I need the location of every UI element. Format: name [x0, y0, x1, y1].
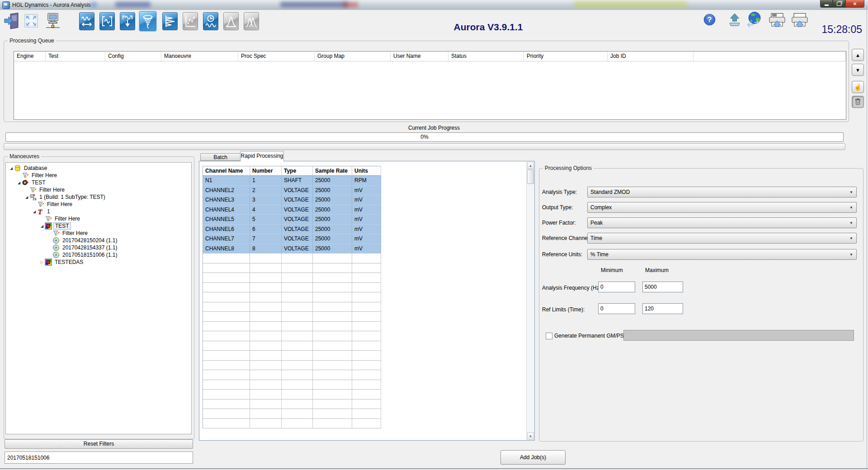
priority-hand-button[interactable]: ☝ [852, 81, 864, 93]
tree-item[interactable]: Filter Here [6, 215, 191, 222]
channel-row[interactable]: CHANNEL22VOLTAGE25000mV [203, 186, 381, 196]
tree-item-label[interactable]: 20170428154337 (1.1) [61, 244, 118, 251]
power-factor-dropdown[interactable]: Peak [587, 217, 857, 228]
manoeuvre-filter-input[interactable] [5, 451, 193, 464]
tree-item-label[interactable]: Filter Here [30, 172, 58, 179]
scrollbar-thumb[interactable] [527, 169, 534, 184]
manoeuvres-tree[interactable]: ◢DatabaseFilter Here◢TESTFilter Here◢231… [5, 162, 192, 434]
tree-item-label[interactable]: 20170518151006 (1.1) [61, 252, 118, 258]
tree-item[interactable]: ◢TEST [6, 222, 191, 230]
fit-window-icon[interactable] [24, 14, 38, 28]
peak-curve-icon[interactable] [223, 12, 239, 30]
minimize-button[interactable] [820, 0, 833, 8]
scroll-down-icon[interactable]: ▼ [527, 432, 534, 440]
tab-batch-processing[interactable]: Batch Processing [200, 153, 241, 161]
tree-item-label[interactable]: Filter Here [38, 187, 66, 193]
tree-item-label[interactable]: 20170428150204 (1.1) [61, 237, 118, 244]
tree-item-label[interactable]: 1 (Build: 1 SubType: TEST) [38, 194, 107, 200]
dual-peak-icon[interactable] [244, 12, 259, 30]
scheduled-processing-icon[interactable] [203, 12, 218, 30]
channel-column-sample-rate[interactable]: Sample Rate [313, 166, 352, 176]
ref-limits-max-input[interactable] [642, 303, 683, 314]
queue-column-proc-spec[interactable]: Proc Spec [238, 52, 315, 61]
waveform-export-icon[interactable] [120, 12, 135, 30]
queue-column-engine[interactable]: Engine [14, 52, 46, 61]
move-up-button[interactable]: ▲ [852, 49, 864, 61]
tree-item[interactable]: Filter Here [6, 230, 191, 237]
network-computer-icon[interactable] [45, 13, 61, 29]
tree-item[interactable]: ◢T1 [6, 208, 191, 215]
move-down-button[interactable]: ▼ [852, 64, 864, 76]
expand-arrow-icon[interactable]: ▷ [39, 260, 45, 264]
tree-item[interactable]: 20170518151006 (1.1) [6, 251, 191, 258]
queue-column-manoeuvre[interactable]: Manoeuvre [161, 52, 238, 61]
queue-column-user-name[interactable]: User Name [391, 52, 448, 61]
delete-button[interactable] [852, 96, 864, 108]
scatter-plot-icon[interactable] [183, 12, 198, 30]
scroll-up-icon[interactable]: ▲ [527, 162, 534, 169]
generate-gmps-checkbox[interactable] [546, 333, 552, 339]
queue-column-config[interactable]: Config [105, 52, 161, 61]
globe-transfer-icon[interactable] [746, 11, 762, 28]
restore-button[interactable] [833, 0, 845, 8]
tree-item-label[interactable]: TEST [30, 179, 47, 186]
tree-item[interactable]: Filter Here [6, 172, 191, 179]
queue-column-test[interactable]: Test [46, 52, 105, 61]
analysis-frequency-max-input[interactable] [642, 282, 683, 292]
tree-item-label[interactable]: Filter Here [46, 201, 74, 207]
tree-item[interactable]: 20170428150204 (1.1) [6, 237, 191, 244]
channel-row[interactable]: N11SHAFT25000RPM [203, 176, 381, 186]
collapse-arrow-icon[interactable]: ◢ [39, 224, 45, 228]
help-icon[interactable]: ? [703, 14, 716, 26]
channel-column-number[interactable]: Number [250, 166, 282, 176]
channel-row[interactable]: CHANNEL55VOLTAGE25000mV [203, 215, 381, 225]
channel-row[interactable]: CHANNEL44VOLTAGE25000mV [203, 205, 381, 215]
tree-item-label[interactable]: Filter Here [53, 216, 81, 222]
collapse-arrow-icon[interactable]: ◢ [16, 181, 22, 185]
queue-column-status[interactable]: Status [448, 52, 524, 61]
reference-units-dropdown[interactable]: % Time [587, 249, 857, 260]
rapid-processing-tornado-icon[interactable] [139, 11, 156, 31]
tree-item[interactable]: ◢Database [6, 164, 191, 172]
tree-item-label[interactable]: 1 [46, 208, 52, 215]
channel-row[interactable]: CHANNEL33VOLTAGE25000mV [203, 195, 381, 205]
processing-queue-table[interactable]: EngineTestConfigManoeuvreProc SpecGroup … [14, 51, 846, 120]
tree-item[interactable]: 20170428154337 (1.1) [6, 244, 191, 251]
collapse-arrow-icon[interactable]: ◢ [32, 210, 37, 214]
channel-column-channel-name[interactable]: Channel Name [203, 166, 250, 176]
ref-limits-min-input[interactable] [598, 303, 635, 314]
tree-item-label[interactable]: TEST [53, 222, 71, 230]
channel-row[interactable]: CHANNEL88VOLTAGE25000mV [203, 244, 381, 254]
add-jobs-button[interactable]: Add Job(s) [500, 450, 566, 465]
upload-icon[interactable] [728, 13, 741, 27]
queue-column-job-id[interactable]: Job ID [608, 52, 693, 61]
exit-icon[interactable] [4, 12, 21, 30]
print-secondary-icon[interactable] [790, 13, 809, 28]
analysis-type-dropdown[interactable]: Standard ZMOD [587, 187, 857, 197]
tab-rapid-processing[interactable]: Rapid Processing [240, 151, 284, 161]
channel-row[interactable]: CHANNEL77VOLTAGE25000mV [203, 234, 381, 244]
tree-item[interactable]: Filter Here [6, 201, 191, 208]
print-icon[interactable] [768, 13, 787, 28]
channel-row[interactable]: CHANNEL66VOLTAGE25000mV [203, 225, 381, 235]
reference-channel-dropdown[interactable]: Time [587, 233, 857, 244]
collapse-arrow-icon[interactable]: ◢ [24, 195, 29, 199]
waveform-block-icon[interactable] [99, 12, 115, 30]
tree-item-label[interactable]: TESTEDAS [53, 259, 85, 265]
analysis-frequency-min-input[interactable] [598, 282, 635, 292]
tree-item-label[interactable]: Database [23, 165, 48, 171]
tree-item[interactable]: ◢TEST [6, 179, 191, 186]
collapse-arrow-icon[interactable]: ◢ [9, 166, 14, 170]
channel-table-scrollbar[interactable]: ▲ ▼ [526, 162, 534, 440]
output-type-dropdown[interactable]: Complex [587, 202, 857, 213]
channel-column-units[interactable]: Units [352, 166, 381, 176]
close-button[interactable]: ✕ [845, 0, 864, 8]
tree-item[interactable]: ▷TESTEDAS [6, 258, 191, 266]
channel-table[interactable]: Channel NameNumberTypeSample RateUnitsN1… [203, 166, 381, 428]
channel-column-type[interactable]: Type [282, 166, 313, 176]
queue-column-group-map[interactable]: Group Map [315, 52, 391, 61]
tree-item[interactable]: Filter Here [6, 186, 191, 193]
tree-item[interactable]: ◢231 (Build: 1 SubType: TEST) [6, 193, 191, 201]
tree-item-label[interactable]: Filter Here [61, 230, 89, 236]
time-history-icon[interactable] [79, 12, 94, 30]
